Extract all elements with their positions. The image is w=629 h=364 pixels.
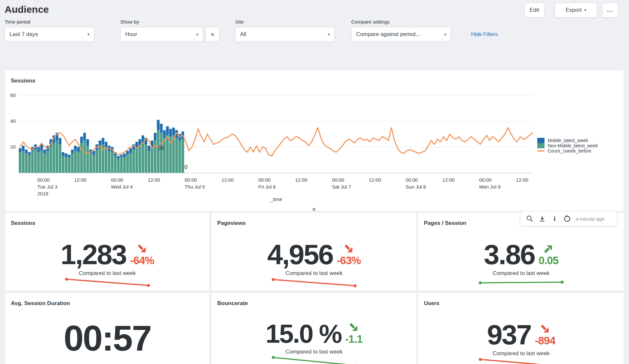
kpi-sparkline xyxy=(63,277,152,289)
hide-filters-link[interactable]: Hide Filters xyxy=(471,31,498,37)
legend-label: Non-Mobile_latest_week xyxy=(548,143,598,148)
more-options-button[interactable]: ... xyxy=(602,3,618,18)
panel-resize-handle[interactable] xyxy=(313,208,315,211)
svg-text:_time: _time xyxy=(270,196,282,202)
svg-text:00:00: 00:00 xyxy=(111,177,124,183)
kpi-panel-bouncerate: Bouncerate15.0 %-1.1Compared to last wee… xyxy=(212,293,416,364)
site-value: All xyxy=(240,31,246,38)
svg-text:Thu Jul 5: Thu Jul 5 xyxy=(185,184,205,190)
svg-text:00:00: 00:00 xyxy=(37,177,50,183)
site-select[interactable]: All ▾ xyxy=(235,27,335,42)
sessions-chart-panel: Sessions 20406000:00Tue Jul 3201812:0000… xyxy=(5,70,624,211)
show-by-value: Hour xyxy=(125,31,137,38)
svg-text:Sat Jul 7: Sat Jul 7 xyxy=(332,184,351,190)
svg-text:12:00: 12:00 xyxy=(442,177,455,183)
kpi-sparkline xyxy=(270,356,358,364)
kpi-panel-users: Users937-894Compared to last week xyxy=(418,293,624,364)
svg-text:12:00: 12:00 xyxy=(221,177,234,183)
page-title: Audience xyxy=(5,4,49,15)
kpi-sparkline xyxy=(270,277,358,289)
trend-down-arrow-icon xyxy=(137,243,148,254)
kpi-value: 3.86 xyxy=(484,242,535,267)
kpi-compare-label: Compared to last week xyxy=(286,270,343,277)
kpi-title: Bouncerate xyxy=(217,300,248,307)
chevron-down-icon: ▾ xyxy=(192,32,198,36)
zoom-search-icon[interactable] xyxy=(524,214,536,224)
kpi-compare-label: Compared to last week xyxy=(79,270,136,277)
legend-item-non-mobile[interactable]: Non-Mobile_latest_week xyxy=(537,143,598,148)
panel-action-toolbar: i a minute ago xyxy=(520,211,618,227)
close-icon: × xyxy=(211,31,215,38)
download-icon[interactable] xyxy=(536,214,548,224)
audience-dashboard: Audience Edit Export ▾ ... Time period S… xyxy=(0,0,629,364)
kpi-delta: -63% xyxy=(337,254,361,267)
svg-text:2018: 2018 xyxy=(37,191,48,196)
trend-down-arrow-icon xyxy=(348,322,359,333)
info-icon[interactable]: i xyxy=(548,214,561,224)
svg-text:00:00: 00:00 xyxy=(479,177,492,183)
kpi-panel-pageviews: Pageviews4,956-63%Compared to last week xyxy=(212,213,416,291)
kpi-panel-sessions: Sessions1,283-64%Compared to last week xyxy=(5,213,209,291)
svg-text:Tue Jul 3: Tue Jul 3 xyxy=(37,184,57,190)
svg-text:12:00: 12:00 xyxy=(516,177,528,183)
compare-settings-select[interactable]: Compare against period... ▾ xyxy=(351,27,451,42)
site-label: Site xyxy=(235,19,244,25)
kpi-panel-avg-session-duration: Avg. Session Duration00:57 xyxy=(5,293,209,364)
compare-settings-value: Compare against period... xyxy=(356,31,420,38)
svg-text:38: 38 xyxy=(158,145,164,151)
non-mobile-series-swatch xyxy=(537,143,544,148)
svg-text:00:00: 00:00 xyxy=(332,177,344,183)
refresh-icon[interactable] xyxy=(561,214,573,224)
chevron-down-icon: ▾ xyxy=(84,32,89,36)
svg-text:12:00: 12:00 xyxy=(74,177,86,183)
chevron-down-icon: ▾ xyxy=(584,8,586,12)
time-period-select[interactable]: Last 7 days ▾ xyxy=(5,27,94,42)
chart-legend: Mobile_latest_week Non-Mobile_latest_wee… xyxy=(537,138,598,154)
kpi-value: 937 xyxy=(487,322,531,348)
chevron-down-icon: ▾ xyxy=(324,32,330,36)
trend-down-arrow-icon xyxy=(540,323,551,335)
svg-text:12:00: 12:00 xyxy=(148,177,160,183)
compare-settings-label: Compare settings xyxy=(351,19,390,25)
kpi-sparkline xyxy=(477,357,565,364)
legend-item-mobile[interactable]: Mobile_latest_week xyxy=(537,138,598,143)
kpi-value: 1,283 xyxy=(61,242,126,267)
clear-show-by-button[interactable]: × xyxy=(205,27,219,42)
legend-item-count-1week-before[interactable]: Count_1week_before xyxy=(537,148,598,154)
kpi-compare-label: Compared to last week xyxy=(493,350,550,357)
show-by-select[interactable]: Hour ▾ xyxy=(120,27,203,42)
svg-text:40: 40 xyxy=(10,118,16,124)
edit-button-label: Edit xyxy=(529,7,539,13)
svg-text:Mon Jul 9: Mon Jul 9 xyxy=(479,184,501,190)
legend-label: Mobile_latest_week xyxy=(548,138,588,143)
kpi-title: Avg. Session Duration xyxy=(11,300,70,307)
export-button[interactable]: Export ▾ xyxy=(555,3,597,18)
kpi-sparkline xyxy=(477,277,565,289)
svg-text:12:00: 12:00 xyxy=(369,177,381,183)
time-period-value: Last 7 days xyxy=(10,31,38,38)
kpi-title: Users xyxy=(424,300,439,307)
svg-text:20: 20 xyxy=(10,144,16,150)
svg-text:Sun Jul 8: Sun Jul 8 xyxy=(406,184,426,190)
svg-text:0: 0 xyxy=(184,164,187,170)
time-period-label: Time period xyxy=(5,19,30,25)
kpi-value: 15.0 % xyxy=(266,322,341,346)
kpi-title: Pageviews xyxy=(217,220,246,227)
svg-text:60: 60 xyxy=(10,92,16,98)
trend-up-arrow-icon xyxy=(543,243,554,254)
svg-text:00:00: 00:00 xyxy=(406,177,418,183)
ellipsis-icon: ... xyxy=(607,7,613,13)
chevron-down-icon: ▾ xyxy=(440,32,446,36)
last-updated-text: a minute ago xyxy=(576,216,604,222)
legend-label: Count_1week_before xyxy=(548,148,591,154)
svg-text:00:00: 00:00 xyxy=(258,177,271,183)
svg-text:Fri Jul 6: Fri Jul 6 xyxy=(258,184,276,190)
kpi-value: 4,956 xyxy=(267,242,333,267)
sessions-timechart[interactable]: 20406000:00Tue Jul 3201812:0000:00Wed Ju… xyxy=(5,70,624,211)
trend-down-arrow-icon xyxy=(343,243,354,254)
edit-button[interactable]: Edit xyxy=(524,3,544,18)
show-by-label: Show by xyxy=(120,19,139,25)
svg-text:Wed Jul 4: Wed Jul 4 xyxy=(111,184,133,190)
mobile-series-swatch xyxy=(537,138,544,143)
export-button-label: Export xyxy=(565,7,581,13)
